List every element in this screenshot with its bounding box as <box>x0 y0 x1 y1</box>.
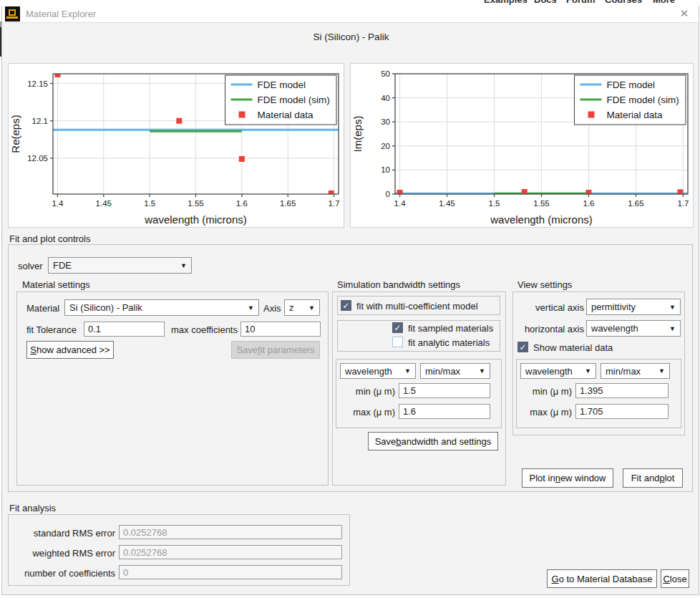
svg-text:wavelength (microns): wavelength (microns) <box>490 213 593 226</box>
view-quantity-dropdown[interactable]: wavelength ▼ <box>520 363 596 379</box>
svg-text:wavelength (microns): wavelength (microns) <box>144 213 247 226</box>
show-material-data-checkbox[interactable]: ✓ <box>517 342 528 352</box>
close-button[interactable]: Close <box>661 569 689 588</box>
solver-label: solver <box>18 261 43 271</box>
svg-text:1.4: 1.4 <box>394 199 407 208</box>
fit-tolerance-label: fit Tolerance <box>26 324 77 335</box>
weighted-rms-error-value <box>119 545 342 559</box>
go-to-material-database-button[interactable]: Go to Material Database <box>547 569 657 588</box>
fit-analytic-checkbox[interactable] <box>392 337 403 347</box>
bandwidth-quantity-dropdown[interactable]: wavelength ▼ <box>340 363 416 379</box>
clipped-background-text: ········ <box>642 595 671 598</box>
view-min-input[interactable] <box>575 383 669 398</box>
svg-text:Re(eps): Re(eps) <box>9 115 21 153</box>
im-eps-chart: 1.41.451.51.551.61.651.701020304050wavel… <box>351 64 693 227</box>
fit-sampled-checkbox[interactable]: ✓ <box>392 322 403 333</box>
fit-multicoefficient-label: fit with multi-coefficient model <box>356 301 478 312</box>
svg-text:50: 50 <box>381 69 390 78</box>
standard-rms-error-value <box>119 525 342 539</box>
horizontal-axis-dropdown[interactable]: wavelength ▼ <box>586 320 681 337</box>
bandwidth-max-label: max (μ m) <box>337 407 395 418</box>
svg-text:10: 10 <box>381 165 390 174</box>
fit-multicoefficient-checkbox[interactable]: ✓ <box>341 300 351 311</box>
fit-tolerance-input[interactable] <box>84 322 165 337</box>
svg-text:1.65: 1.65 <box>280 199 296 208</box>
svg-text:0: 0 <box>386 190 390 198</box>
horizontal-axis-label: horizontal axis <box>516 324 584 334</box>
svg-text:1.5: 1.5 <box>144 199 155 208</box>
axis-dropdown[interactable]: z ▼ <box>284 299 320 316</box>
svg-text:FDE model (sim): FDE model (sim) <box>258 95 330 105</box>
fit-sampled-label: fit sampled materials <box>408 323 493 334</box>
view-range-mode-value: min/max <box>606 366 641 377</box>
svg-text:1.7: 1.7 <box>677 199 689 208</box>
bandwidth-range-mode-value: min/max <box>425 366 460 377</box>
horizontal-axis-value: wavelength <box>591 323 638 334</box>
vertical-axis-dropdown[interactable]: permittivity ▼ <box>586 299 681 315</box>
background-menu-item: Examples <box>484 0 528 5</box>
svg-text:1.6: 1.6 <box>236 199 248 208</box>
svg-text:1.7: 1.7 <box>329 199 340 208</box>
max-coefficients-input[interactable] <box>240 322 321 337</box>
im-eps-chart-panel: 1.41.451.51.551.61.651.701020304050wavel… <box>350 63 694 228</box>
fit-analytic-label: fit analytic materials <box>408 337 490 348</box>
svg-text:1.6: 1.6 <box>583 199 594 208</box>
svg-text:12.1: 12.1 <box>32 117 48 125</box>
close-icon[interactable]: ✕ <box>677 6 691 21</box>
fit-analysis-title: Fit analysis <box>9 503 56 513</box>
material-name-heading: Si (Silicon) - Palik <box>2 32 700 42</box>
material-explorer-window: Material Explorer ✕ Si (Silicon) - Palik… <box>1 6 699 595</box>
svg-text:12.15: 12.15 <box>27 79 48 88</box>
svg-text:Material data: Material data <box>607 110 663 120</box>
chevron-down-icon: ▼ <box>308 304 315 312</box>
re-eps-chart-panel: 1.41.451.51.551.61.651.712.0512.112.15wa… <box>8 63 344 228</box>
bandwidth-max-input[interactable] <box>399 404 490 419</box>
svg-text:1.55: 1.55 <box>533 199 549 208</box>
chevron-down-icon: ▼ <box>479 367 485 375</box>
svg-text:1.65: 1.65 <box>628 199 643 208</box>
title-bar: Material Explorer ✕ <box>2 6 699 23</box>
fit-plot-controls-title: Fit and plot controls <box>9 233 90 244</box>
svg-text:1.55: 1.55 <box>188 199 203 208</box>
material-dropdown[interactable]: Si (Silicon) - Palik ▼ <box>64 299 259 316</box>
show-advanced-button[interactable]: Show advanced >> <box>26 341 114 359</box>
chevron-down-icon: ▼ <box>180 262 187 269</box>
material-settings-title: Material settings <box>22 279 90 290</box>
svg-text:FDE model: FDE model <box>258 79 306 90</box>
bandwidth-min-label: min (μ m) <box>337 386 395 397</box>
chevron-down-icon: ▼ <box>404 367 411 375</box>
material-value: Si (Silicon) - Palik <box>69 302 142 313</box>
view-max-input[interactable] <box>575 404 669 419</box>
solver-dropdown[interactable]: FDE ▼ <box>48 257 192 274</box>
svg-text:40: 40 <box>381 94 390 102</box>
svg-text:12.05: 12.05 <box>27 154 48 163</box>
chevron-down-icon: ▼ <box>669 304 676 311</box>
max-coefficients-label: max coefficients <box>171 324 238 335</box>
simulation-bandwidth-title: Simulation bandwidth settings <box>337 279 460 290</box>
number-of-coefficients-label: number of coefficients <box>15 568 115 579</box>
number-of-coefficients-value <box>119 565 342 579</box>
background-menu-item: Courses <box>605 0 642 5</box>
background-menu-item: Forum <box>566 0 595 5</box>
view-max-label: max (μ m) <box>514 407 572 418</box>
svg-text:1.4: 1.4 <box>52 199 64 208</box>
vertical-axis-value: permittivity <box>591 302 636 312</box>
weighted-rms-error-label: weighted RMS error <box>15 548 115 559</box>
view-range-mode-dropdown[interactable]: min/max ▼ <box>601 363 670 379</box>
svg-text:FDE model: FDE model <box>607 79 656 90</box>
chevron-down-icon: ▼ <box>248 304 254 312</box>
view-min-label: min (μ m) <box>514 386 572 397</box>
bandwidth-range-mode-dropdown[interactable]: min/max ▼ <box>420 363 490 379</box>
svg-text:30: 30 <box>381 117 390 126</box>
bandwidth-min-input[interactable] <box>399 383 490 398</box>
svg-text:1.5: 1.5 <box>489 199 500 208</box>
fit-and-plot-button[interactable]: Fit and plot <box>623 468 683 488</box>
save-fit-parameters-button[interactable]: Save fit parameters <box>231 341 320 359</box>
view-settings-title: View settings <box>517 279 572 290</box>
chevron-down-icon: ▼ <box>658 367 665 375</box>
background-menu-strip: Examples Docs Forum Courses More <box>0 0 700 6</box>
bandwidth-quantity-value: wavelength <box>345 366 392 377</box>
save-bandwidth-button[interactable]: Save bandwidth and settings <box>368 432 498 450</box>
background-bottom-strip: ······· ········ <box>0 595 700 598</box>
plot-in-new-window-button[interactable]: Plot in new window <box>522 468 613 488</box>
